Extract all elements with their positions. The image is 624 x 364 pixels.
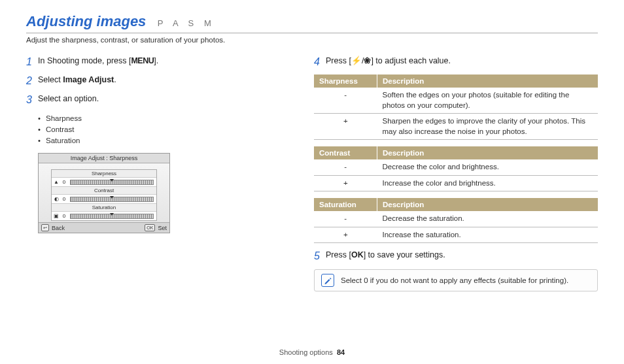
- note-box: Select 0 if you do not want to apply any…: [314, 269, 598, 291]
- option-sharpness: Sharpness: [38, 113, 275, 124]
- saturation-value: 0: [61, 213, 67, 219]
- sharpness-table: Sharpness Description - Soften the edges…: [314, 74, 598, 140]
- note-icon: [321, 274, 334, 287]
- saturation-slider: [67, 214, 156, 219]
- step-number: 5: [314, 250, 326, 262]
- table-row: + Increase the saturation.: [314, 227, 598, 243]
- page-title: Adjusting images: [26, 13, 146, 30]
- step-5: 5 Press [OK] to save your settings.: [314, 250, 598, 262]
- page-footer: Shooting options 84: [0, 348, 624, 356]
- back-icon: ↩: [41, 224, 49, 231]
- saturation-table: Saturation Description - Decrease the sa…: [314, 198, 598, 243]
- table-header: Contrast: [314, 146, 377, 159]
- option-saturation: Saturation: [38, 135, 275, 146]
- table-header: Description: [377, 198, 598, 211]
- step-number: 1: [26, 56, 38, 68]
- footer-section: Shooting options: [279, 348, 333, 356]
- step-number: 3: [26, 93, 38, 106]
- mode-indicator: P A S M: [158, 18, 215, 28]
- contrast-value: 0: [61, 196, 67, 202]
- menu-button-label: MENU: [131, 56, 154, 65]
- page-subtitle: Adjust the sharpness, contrast, or satur…: [26, 36, 598, 44]
- two-column-layout: 1 In Shooting mode, press [MENU]. 2 Sele…: [26, 56, 598, 291]
- panel-row-saturation: ▣ 0: [52, 212, 156, 220]
- panel-row-contrast: ◐ 0: [52, 195, 156, 204]
- panel-label-saturation: Saturation: [52, 204, 156, 212]
- step-number: 2: [26, 74, 38, 87]
- step-3-options: Sharpness Contrast Saturation: [38, 113, 275, 147]
- step-2: 2 Select Image Adjust.: [26, 74, 275, 87]
- adjust-panel: Sharpness ▲ 0 Contrast ◐ 0 Saturation: [51, 169, 157, 221]
- step-4: 4 Press [⚡/❀] to adjust each value.: [314, 56, 598, 68]
- camera-screen-body: Sharpness ▲ 0 Contrast ◐ 0 Saturation: [39, 163, 169, 222]
- table-header: Description: [377, 146, 598, 159]
- sharpness-value: 0: [61, 179, 67, 185]
- flash-icon: ⚡: [351, 56, 362, 65]
- saturation-icon: ▣: [52, 213, 61, 219]
- step-text: In Shooting mode, press [MENU].: [38, 56, 158, 67]
- sharpness-icon: ▲: [52, 179, 61, 185]
- step-number: 4: [314, 56, 326, 68]
- set-label: Set: [158, 225, 167, 231]
- page-content: Adjusting images P A S M Adjust the shar…: [0, 0, 624, 291]
- table-header: Saturation: [314, 198, 377, 211]
- camera-screen-illustration: Image Adjust : Sharpness Sharpness ▲ 0: [38, 153, 170, 233]
- step-text: Press [OK] to save your settings.: [326, 250, 445, 261]
- footer-page-number: 84: [337, 348, 345, 356]
- step-text: Press [⚡/❀] to adjust each value.: [326, 56, 451, 67]
- ok-icon: OK: [145, 224, 155, 231]
- table-row: - Decrease the color and brightness.: [314, 159, 598, 175]
- back-label: Back: [52, 225, 65, 231]
- note-text: Select 0 if you do not want to apply any…: [341, 276, 568, 284]
- table-header: Description: [377, 74, 598, 88]
- table-row: - Decrease the saturation.: [314, 211, 598, 227]
- step-3: 3 Select an option.: [26, 93, 275, 106]
- table-row: - Soften the edges on your photos (suita…: [314, 88, 598, 114]
- table-header: Sharpness: [314, 74, 377, 88]
- camera-screen-footer: ↩ Back OK Set: [39, 222, 169, 233]
- panel-row-sharpness: ▲ 0: [52, 178, 156, 187]
- step-text: Select Image Adjust.: [38, 74, 116, 86]
- camera-screen-title: Image Adjust : Sharpness: [39, 154, 169, 163]
- ok-button-label: OK: [351, 250, 364, 259]
- table-row: + Sharpen the edges to improve the clari…: [314, 114, 598, 140]
- contrast-icon: ◐: [52, 196, 61, 202]
- right-column: 4 Press [⚡/❀] to adjust each value. Shar…: [314, 56, 598, 291]
- panel-label-contrast: Contrast: [52, 187, 156, 195]
- step-1: 1 In Shooting mode, press [MENU].: [26, 56, 275, 68]
- macro-icon: ❀: [364, 56, 371, 65]
- option-contrast: Contrast: [38, 124, 275, 135]
- sharpness-slider: [67, 180, 156, 185]
- title-row: Adjusting images P A S M: [26, 13, 598, 33]
- step-text: Select an option.: [38, 93, 99, 105]
- left-column: 1 In Shooting mode, press [MENU]. 2 Sele…: [26, 56, 275, 291]
- contrast-table: Contrast Description - Decrease the colo…: [314, 146, 598, 191]
- panel-label-sharpness: Sharpness: [52, 170, 156, 178]
- table-row: + Increase the color and brightness.: [314, 175, 598, 191]
- contrast-slider: [67, 197, 156, 202]
